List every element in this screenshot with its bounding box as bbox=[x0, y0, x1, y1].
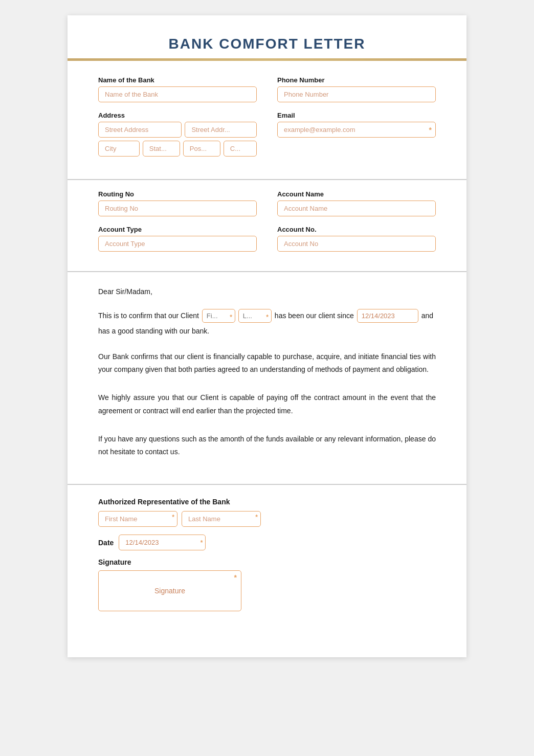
street2-input[interactable] bbox=[185, 122, 257, 138]
signature-required-star: * bbox=[234, 573, 237, 582]
auth-first-name-wrapper: * bbox=[98, 511, 177, 527]
bank-name-col: Name of the Bank bbox=[98, 76, 257, 102]
account-no-col: Account No. bbox=[277, 226, 436, 252]
authorized-label: Authorized Representative of the Bank bbox=[98, 498, 436, 506]
phone-col: Phone Number bbox=[277, 76, 436, 102]
signature-placeholder: Signature bbox=[154, 587, 185, 595]
routing-account-name-row: Routing No Account Name bbox=[98, 190, 436, 216]
country-input[interactable] bbox=[224, 141, 257, 157]
document-page: BANK COMFORT LETTER Name of the Bank Pho… bbox=[68, 15, 466, 657]
client-since-date-wrapper bbox=[357, 308, 418, 323]
email-label: Email bbox=[277, 112, 436, 119]
account-no-input[interactable] bbox=[277, 236, 436, 252]
address-col: Address bbox=[98, 112, 257, 160]
routing-col: Routing No bbox=[98, 190, 257, 216]
first-name-required-star: * bbox=[230, 311, 232, 323]
bank-name-phone-row: Name of the Bank Phone Number bbox=[98, 76, 436, 102]
address-city-row bbox=[98, 141, 257, 157]
email-input[interactable] bbox=[277, 122, 436, 138]
account-type-input[interactable] bbox=[98, 236, 257, 252]
routing-input[interactable] bbox=[98, 201, 257, 216]
bank-info-section: Name of the Bank Phone Number Address bbox=[68, 61, 466, 180]
account-name-label: Account Name bbox=[277, 190, 436, 198]
account-type-no-row: Account Type Account No. bbox=[98, 226, 436, 252]
account-name-col: Account Name bbox=[277, 190, 436, 216]
auth-last-name-input[interactable] bbox=[182, 511, 261, 527]
phone-label: Phone Number bbox=[277, 76, 436, 84]
paragraph2: We highly assure you that our Client is … bbox=[98, 391, 436, 417]
auth-first-required: * bbox=[172, 514, 174, 521]
date-row: Date * bbox=[98, 535, 436, 550]
paragraph1: Our Bank confirms that our client is fin… bbox=[98, 350, 436, 376]
title-section: BANK COMFORT LETTER bbox=[68, 15, 466, 52]
paragraph3: If you have any questions such as the am… bbox=[98, 433, 436, 458]
auth-first-name-input[interactable] bbox=[98, 511, 177, 527]
email-wrapper: * bbox=[277, 122, 436, 138]
state-input[interactable] bbox=[143, 141, 180, 157]
city-input[interactable] bbox=[98, 141, 140, 157]
date-input[interactable] bbox=[119, 535, 206, 550]
dear-text: Dear Sir/Madam, bbox=[98, 287, 436, 296]
account-no-label: Account No. bbox=[277, 226, 436, 233]
address-label: Address bbox=[98, 112, 257, 119]
auth-last-name-wrapper: * bbox=[182, 511, 261, 527]
client-since-date-input[interactable] bbox=[357, 309, 418, 323]
good-standing-text: has a good standing with our bank. bbox=[98, 327, 436, 335]
page-title: BANK COMFORT LETTER bbox=[98, 36, 436, 52]
and-text: and bbox=[421, 308, 433, 323]
email-col: Email * bbox=[277, 112, 436, 160]
date-label: Date bbox=[98, 539, 114, 547]
signature-box[interactable]: Signature * bbox=[98, 570, 241, 611]
account-type-label: Account Type bbox=[98, 226, 257, 233]
address-street-row bbox=[98, 122, 257, 138]
routing-label: Routing No bbox=[98, 190, 257, 198]
account-name-input[interactable] bbox=[277, 201, 436, 216]
confirm-text-after: has been our client since bbox=[275, 308, 354, 323]
client-first-name-wrapper: * bbox=[202, 308, 235, 323]
auth-last-required: * bbox=[255, 514, 258, 521]
account-type-col: Account Type bbox=[98, 226, 257, 252]
email-required-star: * bbox=[429, 126, 432, 134]
address-email-row: Address Email * bbox=[98, 112, 436, 160]
date-required: * bbox=[201, 539, 203, 546]
confirm-text-before: This is to confirm that our Client bbox=[98, 308, 199, 323]
phone-input[interactable] bbox=[277, 86, 436, 102]
client-confirm-line: This is to confirm that our Client * * h… bbox=[98, 308, 436, 323]
letter-section: Dear Sir/Madam, This is to confirm that … bbox=[68, 272, 466, 484]
authorized-name-row: * * bbox=[98, 511, 436, 527]
bank-name-label: Name of the Bank bbox=[98, 76, 257, 84]
street1-input[interactable] bbox=[98, 122, 182, 138]
postal-input[interactable] bbox=[183, 141, 220, 157]
client-last-name-wrapper: * bbox=[238, 308, 272, 323]
footer-section: Authorized Representative of the Bank * … bbox=[68, 484, 466, 627]
signature-label: Signature bbox=[98, 558, 436, 566]
account-section: Routing No Account Name Account Type Acc… bbox=[68, 180, 466, 272]
last-name-required-star: * bbox=[266, 311, 269, 323]
date-input-wrapper: * bbox=[119, 535, 206, 550]
bank-name-input[interactable] bbox=[98, 86, 257, 102]
